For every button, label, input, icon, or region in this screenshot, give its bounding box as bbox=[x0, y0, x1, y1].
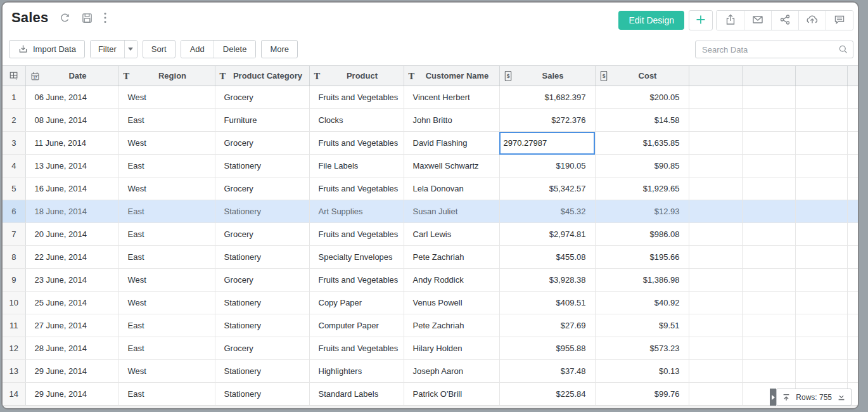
cell-empty[interactable] bbox=[847, 155, 858, 177]
cell-product[interactable]: Art Supplies bbox=[309, 200, 404, 223]
add-button[interactable]: Add bbox=[181, 41, 214, 58]
cell-empty[interactable] bbox=[795, 86, 847, 109]
cell-sales[interactable]: $45.32 bbox=[499, 200, 595, 223]
row-number[interactable]: 1 bbox=[3, 86, 25, 109]
rows-widget-collapse-handle[interactable] bbox=[770, 389, 776, 406]
cell-date[interactable]: 29 June, 2014 bbox=[25, 360, 118, 383]
row-number[interactable]: 3 bbox=[3, 132, 25, 155]
cell-product[interactable]: Specialty Envelopes bbox=[309, 246, 404, 269]
cell-sales[interactable]: $3,928.38 bbox=[499, 269, 595, 292]
add-new-button[interactable] bbox=[689, 10, 713, 30]
cell-empty[interactable] bbox=[689, 292, 742, 314]
cell-customer[interactable]: Venus Powell bbox=[404, 292, 499, 314]
cell-date[interactable]: 20 June, 2014 bbox=[25, 223, 118, 246]
cell-empty[interactable] bbox=[742, 177, 795, 200]
cell-date[interactable]: 11 June, 2014 bbox=[25, 132, 118, 155]
cell-empty[interactable] bbox=[689, 383, 742, 406]
cell-empty[interactable] bbox=[847, 200, 858, 223]
cell-empty[interactable] bbox=[847, 86, 858, 109]
row-number[interactable]: 13 bbox=[3, 360, 25, 383]
cell-sales[interactable]: $2,974.81 bbox=[499, 223, 595, 246]
cell-date[interactable]: 23 June, 2014 bbox=[25, 269, 118, 292]
cell-empty[interactable] bbox=[742, 200, 795, 223]
cell-category[interactable]: Stationery bbox=[215, 292, 309, 314]
cell-empty[interactable] bbox=[847, 177, 858, 200]
cell-empty[interactable] bbox=[795, 246, 847, 269]
cell-empty[interactable] bbox=[742, 337, 795, 360]
cell-empty[interactable] bbox=[795, 155, 847, 177]
cell-category[interactable]: Furniture bbox=[215, 109, 309, 132]
cell-category[interactable]: Stationery bbox=[215, 383, 309, 406]
cell-cost[interactable]: $9.51 bbox=[595, 314, 689, 337]
cell-empty[interactable] bbox=[847, 132, 858, 155]
cell-category[interactable]: Stationery bbox=[215, 200, 309, 223]
cell-region[interactable]: West bbox=[118, 269, 215, 292]
cell-date[interactable]: 16 June, 2014 bbox=[25, 177, 118, 200]
cell-empty[interactable] bbox=[847, 292, 858, 314]
cell-region[interactable]: East bbox=[118, 383, 215, 406]
cell-cost[interactable]: $200.05 bbox=[595, 86, 689, 109]
cell-cost[interactable]: $12.93 bbox=[595, 200, 689, 223]
sort-button[interactable]: Sort bbox=[143, 40, 176, 58]
cell-customer[interactable]: David Flashing bbox=[404, 132, 499, 155]
column-header-cost[interactable]: $Cost bbox=[595, 66, 689, 86]
cell-product[interactable]: Fruits and Vegetables bbox=[309, 223, 404, 246]
cell-date[interactable]: 06 June, 2014 bbox=[25, 86, 118, 109]
cell-cost[interactable]: $0.13 bbox=[595, 360, 689, 383]
horizontal-scrollbar[interactable] bbox=[3, 405, 858, 408]
edit-design-button[interactable]: Edit Design bbox=[618, 11, 684, 30]
cell-customer[interactable]: John Britto bbox=[404, 109, 499, 132]
cell-empty[interactable] bbox=[795, 314, 847, 337]
cell-empty[interactable] bbox=[795, 132, 847, 155]
cell-empty[interactable] bbox=[689, 200, 742, 223]
cell-sales[interactable]: $225.84 bbox=[499, 383, 595, 406]
cell-date[interactable]: 08 June, 2014 bbox=[25, 109, 118, 132]
cell-customer[interactable]: Lela Donovan bbox=[404, 177, 499, 200]
row-number[interactable]: 10 bbox=[3, 292, 25, 314]
cell-product[interactable]: Fruits and Vegetables bbox=[309, 132, 404, 155]
cell-category[interactable]: Stationery bbox=[215, 314, 309, 337]
cell-region[interactable]: East bbox=[118, 223, 215, 246]
cell-empty[interactable] bbox=[689, 314, 742, 337]
cell-empty[interactable] bbox=[689, 246, 742, 269]
cell-product[interactable]: Fruits and Vegetables bbox=[309, 337, 404, 360]
cell-empty[interactable] bbox=[795, 223, 847, 246]
cell-empty[interactable] bbox=[847, 223, 858, 246]
cell-product[interactable]: Copy Paper bbox=[309, 292, 404, 314]
cell-date[interactable]: 18 June, 2014 bbox=[25, 200, 118, 223]
cell-region[interactable]: West bbox=[118, 132, 215, 155]
cell-empty[interactable] bbox=[795, 177, 847, 200]
cell-empty[interactable] bbox=[689, 177, 742, 200]
cell-region[interactable]: East bbox=[118, 314, 215, 337]
cell-empty[interactable] bbox=[689, 223, 742, 246]
cell-empty[interactable] bbox=[742, 292, 795, 314]
column-header-sales[interactable]: $Sales bbox=[499, 66, 595, 86]
cell-cost[interactable]: $986.08 bbox=[595, 223, 689, 246]
cell-customer[interactable]: Andy Roddick bbox=[404, 269, 499, 292]
cell-category[interactable]: Stationery bbox=[215, 360, 309, 383]
cell-empty[interactable] bbox=[795, 337, 847, 360]
cell-empty[interactable] bbox=[742, 86, 795, 109]
column-header-customer[interactable]: TCustomer Name bbox=[404, 66, 499, 86]
cell-category[interactable]: Grocery bbox=[215, 223, 309, 246]
cell-product[interactable]: Standard Labels bbox=[309, 383, 404, 406]
cell-product[interactable]: Fruits and Vegetables bbox=[309, 86, 404, 109]
cell-customer[interactable]: Pete Zachriah bbox=[404, 314, 499, 337]
cell-sales[interactable]: $409.51 bbox=[499, 292, 595, 314]
cell-category[interactable]: Stationery bbox=[215, 246, 309, 269]
cell-cost[interactable]: $195.66 bbox=[595, 246, 689, 269]
delete-button[interactable]: Delete bbox=[214, 41, 256, 58]
cell-region[interactable]: East bbox=[118, 200, 215, 223]
cell-customer[interactable]: Vincent Herbert bbox=[404, 86, 499, 109]
row-number[interactable]: 2 bbox=[3, 109, 25, 132]
cell-sales[interactable]: $455.08 bbox=[499, 246, 595, 269]
column-header-empty[interactable] bbox=[795, 66, 847, 86]
cell-empty[interactable] bbox=[847, 246, 858, 269]
cell-cost[interactable]: $1,929.65 bbox=[595, 177, 689, 200]
email-button[interactable] bbox=[744, 11, 771, 30]
cell-sales[interactable]: $272.376 bbox=[499, 109, 595, 132]
select-all-header[interactable] bbox=[3, 66, 25, 86]
filter-button[interactable]: Filter bbox=[91, 41, 124, 58]
column-header-empty[interactable] bbox=[689, 66, 742, 86]
cell-empty[interactable] bbox=[847, 269, 858, 292]
